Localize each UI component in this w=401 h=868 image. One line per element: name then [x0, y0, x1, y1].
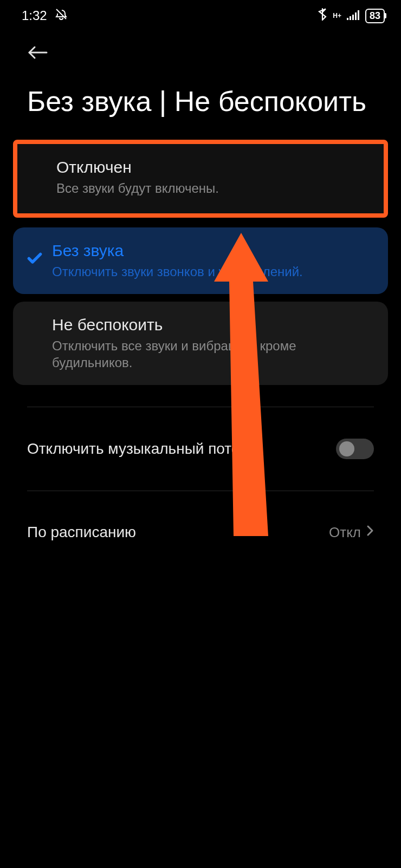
- option-desc: Отключить звуки звонков и уведомлений.: [52, 263, 372, 280]
- chevron-right-icon: [366, 524, 374, 541]
- setting-value: Откл: [329, 524, 361, 541]
- check-icon: [26, 249, 43, 269]
- option-silent[interactable]: Без звука Отключить звуки звонков и увед…: [13, 227, 388, 294]
- toggle-switch[interactable]: [336, 439, 374, 459]
- setting-label: По расписанию: [27, 523, 136, 542]
- option-disabled[interactable]: Отключен Все звуки будут включены.: [13, 140, 388, 217]
- battery-level: 83: [370, 10, 380, 22]
- back-arrow-icon[interactable]: [27, 53, 49, 62]
- option-desc: Все звуки будут включены.: [56, 180, 367, 197]
- divider: [27, 491, 374, 491]
- svg-rect-2: [350, 16, 351, 20]
- status-right: H+ 83: [318, 8, 385, 24]
- option-dnd[interactable]: Не беспокоить Отключить все звуки и вибр…: [13, 302, 388, 385]
- page-title: Без звука | Не беспокоить: [0, 74, 401, 140]
- setting-value-wrap: Откл: [329, 524, 374, 541]
- option-desc: Отключить все звуки и вибрацию, кроме бу…: [52, 337, 372, 371]
- setting-mute-stream[interactable]: Отключить музыкальный поток: [0, 429, 401, 469]
- setting-label: Отключить музыкальный поток: [27, 439, 247, 459]
- battery-icon: 83: [365, 9, 385, 23]
- option-title: Не беспокоить: [52, 316, 372, 334]
- divider: [27, 407, 374, 407]
- bluetooth-icon: [318, 8, 327, 24]
- svg-rect-5: [358, 10, 359, 20]
- mode-options: Отключен Все звуки будут включены. Без з…: [0, 140, 401, 385]
- status-time: 1:32: [22, 8, 47, 23]
- back-row: [0, 28, 401, 74]
- svg-rect-3: [352, 15, 354, 20]
- status-left: 1:32: [22, 8, 68, 24]
- toggle-knob: [339, 441, 354, 456]
- mobile-data-icon: H+: [333, 12, 341, 19]
- status-bar: 1:32 H+ 83: [0, 0, 401, 28]
- option-title: Отключен: [56, 158, 367, 177]
- option-title: Без звука: [52, 242, 372, 260]
- svg-rect-1: [347, 18, 348, 20]
- svg-rect-4: [355, 12, 357, 20]
- setting-schedule[interactable]: По расписанию Откл: [0, 513, 401, 552]
- signal-icon: [347, 8, 360, 23]
- mute-notification-icon: [55, 8, 68, 24]
